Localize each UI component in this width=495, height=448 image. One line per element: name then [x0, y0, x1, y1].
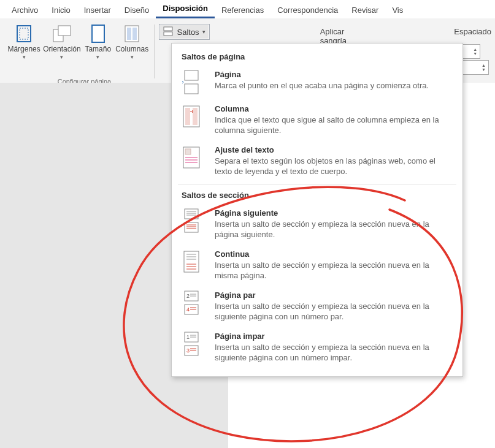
svg-rect-12: [185, 84, 198, 94]
oddpage-icon: 13: [182, 332, 201, 356]
option-desc: Marca el punto en el que acaba una págin…: [215, 80, 429, 91]
margins-label: Márgenes: [7, 45, 40, 53]
option-desc: Inserta un salto de sección y empieza la…: [215, 260, 453, 281]
panel-divider: [178, 184, 456, 184]
option-title: Página par: [215, 290, 453, 300]
svg-rect-17: [185, 149, 191, 154]
option-desc: Indica que el texto que sigue al salto d…: [215, 115, 453, 135]
svg-rect-0: [17, 26, 31, 42]
breaks-dropdown: Saltos de páginaPáginaMarca el punto en …: [171, 43, 463, 377]
option-title: Página impar: [215, 332, 453, 341]
option-title: Página siguiente: [215, 208, 453, 218]
break-option-evenpage[interactable]: 24Página parInserta un salto de sección …: [172, 287, 462, 328]
svg-text:4: 4: [186, 306, 190, 313]
svg-rect-7: [127, 28, 131, 40]
break-option-textwrap[interactable]: Ajuste del textoSepara el texto según lo…: [172, 142, 462, 183]
page-breaks-header: Saltos de página: [172, 48, 462, 66]
menu-tabs: ArchivoInicioInsertarDiseñoDisposiciónRe…: [0, 0, 495, 18]
break-option-page[interactable]: PáginaMarca el punto en el que acaba una…: [172, 66, 462, 101]
size-label: Tamaño: [85, 45, 111, 53]
chevron-down-icon: ▾: [202, 29, 205, 35]
tab-vis[interactable]: Vis: [385, 4, 410, 18]
chevron-down-icon: ▾: [131, 54, 134, 60]
tab-referencias[interactable]: Referencias: [215, 4, 271, 18]
chevron-down-icon: ▾: [96, 54, 99, 60]
breaks-button[interactable]: Saltos ▾: [159, 24, 209, 40]
chevron-down-icon: ▾: [23, 54, 26, 60]
nextpage-icon: [182, 208, 201, 233]
columns-icon: [121, 23, 142, 44]
svg-rect-11: [185, 70, 198, 80]
spinner-arrows-icon[interactable]: ▲▼: [482, 63, 486, 72]
svg-rect-9: [164, 27, 172, 31]
columns-label: Columnas: [115, 45, 148, 53]
svg-rect-15: [193, 108, 198, 125]
svg-text:1: 1: [186, 334, 190, 340]
svg-rect-21: [185, 209, 198, 219]
tab-archivo[interactable]: Archivo: [5, 4, 45, 18]
columns-button[interactable]: Columnas ▾: [117, 22, 148, 60]
page-icon: [182, 70, 201, 94]
option-title: Ajuste del texto: [215, 145, 453, 154]
section-breaks-header: Saltos de sección: [172, 187, 462, 205]
evenpage-icon: 24: [182, 290, 201, 315]
option-desc: Inserta un salto de sección y empieza la…: [215, 301, 453, 322]
orientation-button[interactable]: Orientación ▾: [44, 22, 80, 60]
breaks-icon: [163, 26, 174, 37]
option-desc: Inserta un salto de sección y empieza la…: [215, 219, 453, 240]
break-option-nextpage[interactable]: Página siguienteInserta un salto de secc…: [172, 205, 462, 246]
svg-text:3: 3: [186, 347, 190, 354]
break-option-oddpage[interactable]: 13Página imparInserta un salto de secció…: [172, 328, 462, 369]
tab-revisar[interactable]: Revisar: [345, 4, 385, 18]
break-option-column[interactable]: ColumnaIndica que el texto que sigue al …: [172, 101, 462, 142]
column-icon: [182, 104, 201, 129]
svg-rect-1: [20, 28, 28, 39]
size-icon: [88, 23, 109, 44]
tab-insertar[interactable]: Insertar: [77, 4, 118, 18]
svg-rect-14: [185, 108, 190, 125]
svg-rect-4: [92, 25, 104, 42]
tab-inicio[interactable]: Inicio: [45, 4, 77, 18]
svg-rect-10: [164, 32, 172, 36]
option-desc: Inserta un salto de sección y empieza la…: [215, 342, 453, 363]
spinner-arrows-icon[interactable]: ▲▼: [473, 47, 477, 56]
svg-rect-25: [185, 222, 198, 232]
margins-button[interactable]: Márgenes ▾: [9, 22, 39, 60]
break-option-continuous[interactable]: ContinuaInserta un salto de sección y em…: [172, 246, 462, 287]
svg-text:2: 2: [186, 293, 190, 299]
tab-correspondencia[interactable]: Correspondencia: [271, 4, 345, 18]
margins-icon: [13, 23, 34, 44]
option-title: Página: [215, 70, 429, 79]
option-title: Continua: [215, 249, 453, 259]
chevron-down-icon: ▾: [60, 54, 63, 60]
svg-rect-3: [58, 26, 71, 36]
orientation-icon: [52, 23, 72, 44]
orientation-label: Orientación: [43, 45, 80, 53]
tab-diseño[interactable]: Diseño: [118, 4, 156, 18]
tab-disposición[interactable]: Disposición: [156, 2, 215, 18]
option-title: Columna: [215, 104, 453, 113]
textwrap-icon: [182, 145, 201, 170]
svg-rect-8: [132, 28, 137, 40]
breaks-label: Saltos: [177, 28, 199, 37]
size-button[interactable]: Tamaño ▾: [85, 22, 112, 60]
option-desc: Separa el texto según los objetos en las…: [215, 156, 453, 177]
ribbon-group-separator: [154, 25, 155, 78]
continuous-icon: [182, 249, 201, 274]
